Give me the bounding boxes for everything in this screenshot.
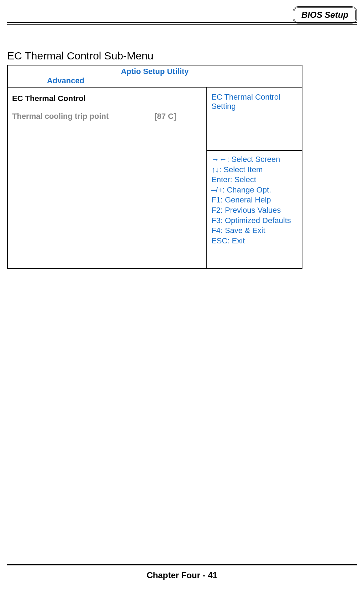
right-panels: EC Thermal Control Setting →←: Select Sc… (207, 88, 302, 268)
header-rule-thick (7, 22, 357, 23)
keys-panel: →←: Select Screen ↑↓: Select Item Enter:… (207, 151, 302, 268)
setting-label: Thermal cooling trip point (12, 112, 154, 121)
settings-panel: EC Thermal Control Thermal cooling trip … (8, 88, 207, 268)
panel-title: EC Thermal Control (12, 94, 202, 103)
setting-value: [87 C] (154, 112, 176, 121)
bios-body: EC Thermal Control Thermal cooling trip … (8, 88, 302, 268)
key-hint: F3: Optimized Defaults (211, 216, 297, 226)
key-hint: Enter: Select (211, 175, 297, 185)
footer-rule-thin (7, 563, 357, 563)
footer-text: Chapter Four - 41 (0, 570, 364, 580)
key-hint: –/+: Change Opt. (211, 185, 297, 195)
footer-rule-thick (7, 564, 357, 565)
bios-panel: Aptio Setup Utility Advanced EC Thermal … (7, 65, 302, 269)
header-badge: BIOS Setup (293, 6, 357, 23)
key-hint: ↑↓: Select Item (211, 165, 297, 175)
key-hint: F2: Previous Values (211, 205, 297, 216)
section-title: EC Thermal Control Sub-Menu (7, 50, 357, 62)
header-rule-thin (7, 24, 357, 25)
utility-title: Aptio Setup Utility (11, 67, 298, 76)
page-content: EC Thermal Control Sub-Menu Aptio Setup … (7, 50, 357, 269)
setting-thermal-trip[interactable]: Thermal cooling trip point [87 C] (12, 112, 202, 121)
tab-advanced[interactable]: Advanced (47, 76, 84, 85)
key-hint: ESC: Exit (211, 236, 297, 246)
key-hint: →←: Select Screen (211, 154, 297, 165)
help-panel: EC Thermal Control Setting (207, 88, 302, 151)
key-hint: F1: General Help (211, 195, 297, 205)
bios-header: Aptio Setup Utility Advanced (8, 65, 302, 88)
key-hint: F4: Save & Exit (211, 226, 297, 236)
